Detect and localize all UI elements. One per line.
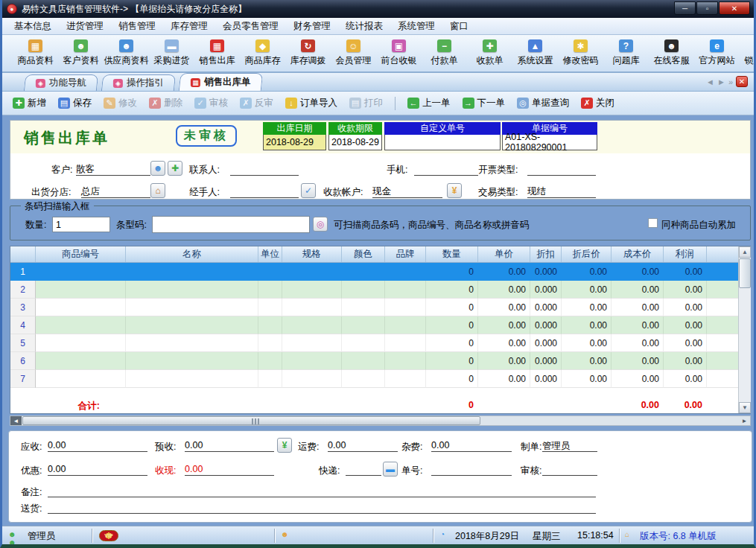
table-cell[interactable] bbox=[385, 281, 426, 299]
tracking-no-value[interactable] bbox=[431, 464, 512, 476]
table-cell[interactable]: 0.00 bbox=[562, 263, 612, 281]
table-cell[interactable] bbox=[707, 334, 739, 352]
save-button[interactable]: ▤保存 bbox=[58, 97, 92, 109]
table-cell[interactable]: 0.00 bbox=[612, 281, 664, 299]
col-header-11[interactable]: 成本价 bbox=[612, 246, 664, 262]
col-header-3[interactable]: 单位 bbox=[258, 246, 282, 262]
horizontal-scroll-thumb[interactable] bbox=[22, 416, 480, 425]
table-cell[interactable]: 0.00 bbox=[562, 370, 612, 388]
table-cell[interactable]: 0.00 bbox=[664, 352, 707, 370]
toolbar-change-password[interactable]: ✱修改密码 bbox=[558, 39, 603, 67]
toolbar-question-bank[interactable]: ?问题库 bbox=[603, 39, 649, 67]
branch-button[interactable]: ⌂ bbox=[150, 183, 165, 198]
table-cell[interactable]: 0.000 bbox=[530, 281, 562, 299]
col-header-4[interactable]: 规格 bbox=[282, 246, 342, 262]
table-cell[interactable]: 0.00 bbox=[562, 316, 612, 334]
table-cell[interactable] bbox=[342, 281, 385, 299]
table-cell[interactable] bbox=[385, 352, 426, 370]
row-number-cell[interactable]: 4 bbox=[10, 316, 36, 334]
auto-accumulate-checkbox[interactable] bbox=[648, 218, 658, 228]
row-number-cell[interactable]: 6 bbox=[10, 352, 36, 370]
col-header-num[interactable] bbox=[10, 246, 36, 262]
table-cell[interactable] bbox=[707, 299, 739, 316]
table-cell[interactable] bbox=[258, 370, 282, 388]
table-cell[interactable] bbox=[342, 299, 385, 316]
header-col-value[interactable] bbox=[384, 135, 501, 150]
menu-item-8[interactable]: 系统管理 bbox=[390, 18, 442, 35]
table-cell[interactable] bbox=[342, 352, 385, 370]
table-row[interactable]: 600.000.0000.000.000.00 bbox=[10, 352, 739, 370]
col-header-12[interactable]: 利润 bbox=[664, 246, 707, 262]
table-cell[interactable]: 0.00 bbox=[612, 299, 664, 316]
table-cell[interactable]: 0.00 bbox=[562, 334, 612, 352]
row-number-cell[interactable]: 2 bbox=[10, 281, 36, 299]
table-cell[interactable] bbox=[342, 370, 385, 388]
menu-item-7[interactable]: 统计报表 bbox=[338, 18, 390, 35]
col-header-1[interactable]: 商品编号 bbox=[36, 246, 126, 262]
toolbar-receipt-bill[interactable]: ✚收款单 bbox=[467, 39, 512, 67]
receivable-value[interactable]: 0.00 bbox=[48, 440, 147, 452]
table-cell[interactable] bbox=[126, 334, 258, 352]
table-cell[interactable]: 0.00 bbox=[562, 299, 612, 316]
freight-value[interactable]: 0.00 bbox=[328, 440, 398, 452]
scroll-up-icon[interactable]: ▲ bbox=[739, 246, 751, 258]
table-cell[interactable] bbox=[36, 281, 126, 299]
toolbar-lock-system[interactable]: ▣锁定系统 bbox=[740, 39, 754, 67]
table-cell[interactable]: 0.00 bbox=[664, 370, 707, 388]
table-cell[interactable]: 0 bbox=[426, 334, 478, 352]
col-header-5[interactable]: 颜色 bbox=[342, 246, 385, 262]
table-cell[interactable] bbox=[258, 334, 282, 352]
menu-item-5[interactable]: 会员零售管理 bbox=[215, 18, 286, 35]
toolbar-sales-out[interactable]: ▦销售出库 bbox=[194, 39, 240, 67]
toolbar-member-mgmt[interactable]: ☺会员管理 bbox=[331, 39, 376, 67]
table-cell[interactable]: 0.00 bbox=[562, 352, 612, 370]
table-cell[interactable] bbox=[342, 263, 385, 281]
table-cell[interactable]: 0.00 bbox=[612, 352, 664, 370]
table-cell[interactable] bbox=[282, 334, 342, 352]
close-doc-button[interactable]: ✗关闭 bbox=[581, 97, 614, 109]
table-cell[interactable] bbox=[707, 281, 739, 299]
table-cell[interactable] bbox=[126, 370, 258, 388]
table-cell[interactable]: 0.000 bbox=[530, 316, 562, 334]
table-cell[interactable]: 0.00 bbox=[478, 299, 530, 316]
barcode-search-button[interactable]: ◎ bbox=[313, 217, 328, 232]
tab-1[interactable]: ◈功能导航 bbox=[24, 74, 98, 91]
table-cell[interactable] bbox=[258, 299, 282, 316]
table-cell[interactable]: 0 bbox=[426, 299, 478, 316]
scroll-left-icon[interactable]: ◄ bbox=[10, 416, 22, 425]
table-cell[interactable] bbox=[282, 263, 342, 281]
table-cell[interactable]: 0.00 bbox=[612, 316, 664, 334]
table-cell[interactable]: 0.00 bbox=[478, 263, 530, 281]
tab-3[interactable]: ▦销售出库单 bbox=[179, 73, 263, 91]
table-cell[interactable] bbox=[282, 352, 342, 370]
menu-item-6[interactable]: 财务管理 bbox=[286, 18, 338, 35]
table-cell[interactable] bbox=[258, 263, 282, 281]
misc-fee-value[interactable]: 0.00 bbox=[431, 440, 512, 452]
table-cell[interactable] bbox=[707, 316, 739, 334]
maximize-button[interactable]: ▫ bbox=[696, 1, 718, 15]
table-cell[interactable] bbox=[36, 352, 126, 370]
auditor-value[interactable] bbox=[542, 464, 597, 476]
tab-overflow-icon[interactable]: » bbox=[728, 77, 733, 86]
table-cell[interactable] bbox=[126, 281, 258, 299]
cash-received-value[interactable]: 0.00 bbox=[185, 464, 274, 476]
table-cell[interactable]: 0.00 bbox=[478, 352, 530, 370]
header-col-value[interactable]: A01-XS-201808290001 bbox=[502, 135, 597, 150]
table-cell[interactable]: 0.00 bbox=[664, 299, 707, 316]
table-cell[interactable] bbox=[126, 316, 258, 334]
prev-doc-button[interactable]: ←上一单 bbox=[407, 97, 451, 109]
menu-item-1[interactable]: 基本信息 bbox=[7, 18, 59, 35]
table-cell[interactable] bbox=[36, 370, 126, 388]
toolbar-payment-bill[interactable]: −付款单 bbox=[422, 39, 467, 67]
row-number-cell[interactable]: 3 bbox=[10, 299, 36, 316]
table-cell[interactable]: 0.000 bbox=[530, 334, 562, 352]
discount-value[interactable]: 0.00 bbox=[48, 464, 147, 476]
table-cell[interactable] bbox=[342, 316, 385, 334]
table-cell[interactable]: 0 bbox=[426, 316, 478, 334]
trade-type-value[interactable]: 现结 bbox=[527, 185, 596, 198]
table-cell[interactable]: 0.00 bbox=[664, 263, 707, 281]
col-header-10[interactable]: 折后价 bbox=[562, 246, 612, 262]
table-cell[interactable]: 0.00 bbox=[478, 281, 530, 299]
col-header-6[interactable]: 品牌 bbox=[385, 246, 426, 262]
toolbar-online-service[interactable]: ☻在线客服 bbox=[649, 39, 694, 67]
